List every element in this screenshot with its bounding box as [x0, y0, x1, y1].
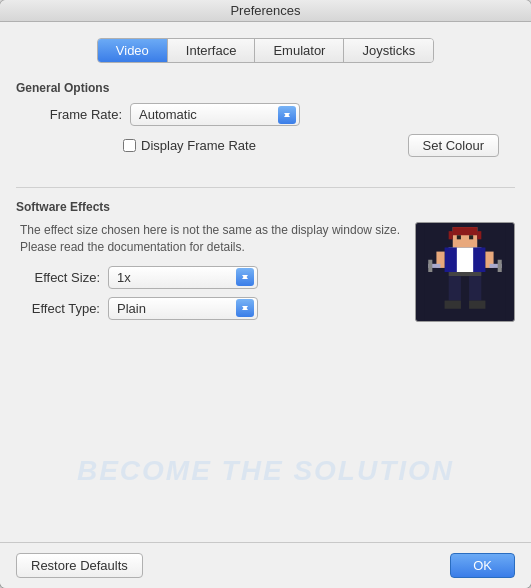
- effect-size-row: Effect Size: 1x 2x 3x 4x: [16, 266, 403, 289]
- preferences-window: Preferences Video Interface Emulator Joy…: [0, 0, 531, 588]
- tab-interface[interactable]: Interface: [168, 39, 256, 62]
- effects-note: The effect size chosen here is not the s…: [16, 222, 403, 256]
- pixel-art-character: [416, 223, 514, 321]
- software-effects-header: Software Effects: [16, 200, 515, 214]
- svg-rect-14: [469, 276, 481, 301]
- effect-size-label: Effect Size:: [20, 270, 100, 285]
- ok-button[interactable]: OK: [450, 553, 515, 578]
- general-options-header: General Options: [16, 81, 515, 95]
- tabs-container: Video Interface Emulator Joysticks: [16, 38, 515, 63]
- svg-rect-20: [428, 260, 432, 272]
- footer: Restore Defaults OK: [0, 542, 531, 588]
- frame-rate-row: Frame Rate: Automatic 50 Hz 60 Hz 75 Hz: [16, 103, 515, 126]
- restore-defaults-button[interactable]: Restore Defaults: [16, 553, 143, 578]
- svg-rect-6: [469, 235, 473, 239]
- tab-joysticks[interactable]: Joysticks: [344, 39, 433, 62]
- svg-rect-12: [449, 272, 482, 276]
- svg-rect-13: [449, 276, 461, 301]
- effect-type-select[interactable]: Plain Scanlines HQ2x: [108, 297, 258, 320]
- software-effects-section: Software Effects The effect size chosen …: [16, 196, 515, 530]
- set-colour-button[interactable]: Set Colour: [408, 134, 499, 157]
- svg-rect-2: [453, 227, 478, 235]
- frame-rate-select[interactable]: Automatic 50 Hz 60 Hz 75 Hz: [130, 103, 300, 126]
- effect-size-select-wrapper: 1x 2x 3x 4x: [108, 266, 258, 289]
- effect-type-label: Effect Type:: [20, 301, 100, 316]
- frame-rate-select-wrapper: Automatic 50 Hz 60 Hz 75 Hz: [130, 103, 300, 126]
- frame-rate-label: Frame Rate:: [32, 107, 122, 122]
- effects-content: The effect size chosen here is not the s…: [16, 222, 515, 328]
- svg-rect-16: [469, 301, 485, 309]
- general-options-section: General Options Frame Rate: Automatic 50…: [16, 77, 515, 163]
- svg-rect-11: [473, 248, 481, 273]
- window-content: Video Interface Emulator Joysticks Gener…: [0, 22, 531, 542]
- svg-rect-22: [498, 260, 502, 272]
- svg-rect-3: [449, 231, 453, 239]
- effects-left: The effect size chosen here is not the s…: [16, 222, 403, 328]
- tab-group: Video Interface Emulator Joysticks: [97, 38, 434, 63]
- effect-size-select[interactable]: 1x 2x 3x 4x: [108, 266, 258, 289]
- display-frame-rate-label: Display Frame Rate: [141, 138, 256, 153]
- title-bar: Preferences: [0, 0, 531, 22]
- tab-emulator[interactable]: Emulator: [255, 39, 344, 62]
- effect-type-select-wrapper: Plain Scanlines HQ2x: [108, 297, 258, 320]
- section-divider: [16, 187, 515, 188]
- effects-preview: [415, 222, 515, 322]
- svg-rect-5: [457, 235, 461, 239]
- window-title: Preferences: [230, 3, 300, 18]
- svg-rect-4: [477, 231, 481, 239]
- display-frame-rate-checkbox[interactable]: [123, 139, 136, 152]
- tab-video[interactable]: Video: [98, 39, 168, 62]
- svg-rect-15: [445, 301, 461, 309]
- svg-rect-10: [449, 248, 457, 273]
- effect-type-row: Effect Type: Plain Scanlines HQ2x: [16, 297, 403, 320]
